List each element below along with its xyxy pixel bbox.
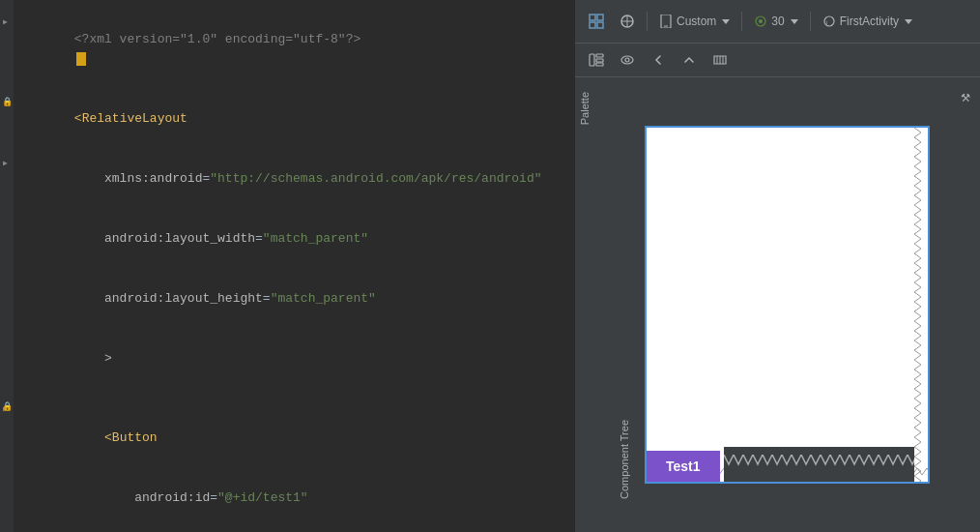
svg-rect-3	[597, 22, 603, 28]
api-selector[interactable]: 30	[748, 12, 803, 31]
lock-icon-2: 🔒	[2, 401, 13, 412]
component-tree-label: Component Tree	[619, 420, 630, 499]
device-selector[interactable]: Custom	[653, 12, 735, 31]
toolbar-sep-3	[810, 12, 811, 31]
design-main: Palette ⚒	[575, 77, 980, 532]
activity-chevron-icon	[905, 19, 912, 24]
api-level-label: 30	[771, 15, 784, 28]
activity-selector[interactable]: i FirstActivity	[817, 12, 918, 31]
svg-rect-14	[596, 54, 603, 57]
component-tree-panel: Component Tree	[614, 387, 635, 532]
wrench-icon[interactable]: ⚒	[961, 87, 970, 106]
chevron-down-icon	[722, 19, 730, 24]
prev-btn[interactable]	[645, 46, 672, 74]
device-mockup: Test1	[645, 126, 930, 484]
code-line-9: android:id="@+id/test1"	[0, 468, 575, 528]
svg-rect-16	[596, 63, 603, 66]
blueprint-view-btn[interactable]	[614, 8, 641, 35]
code-line-4: android:layout_width="match_parent"	[0, 209, 575, 269]
lock-icon: 🔒	[2, 97, 13, 107]
device-label: Custom	[677, 15, 716, 28]
code-line-1: <?xml version="1.0" encoding="utf-8"?>	[0, 10, 575, 89]
code-line-7	[0, 389, 575, 408]
activity-label: FirstActivity	[840, 15, 899, 28]
code-line-3: xmlns:android="http://schemas.android.co…	[0, 149, 575, 209]
code-line-10: android:layout_width="wrap_content"	[0, 528, 575, 532]
device-preview-area: ⚒ T	[594, 77, 980, 532]
toolbar2	[575, 44, 980, 77]
svg-rect-15	[596, 59, 603, 62]
design-view-btn[interactable]	[583, 8, 610, 35]
svg-rect-1	[597, 15, 603, 20]
design-panel: Custom 30 i FirstActivity	[575, 0, 980, 532]
toolbar-sep-1	[647, 12, 648, 31]
fold-icon-2[interactable]: ▶	[3, 159, 8, 167]
hide-btn[interactable]	[706, 46, 734, 74]
svg-rect-2	[590, 22, 595, 28]
test1-button: Test1	[647, 451, 720, 482]
palette-toggle-btn[interactable]	[583, 46, 610, 74]
api-chevron-icon	[791, 19, 798, 24]
palette-side-panel: Palette	[575, 77, 594, 532]
svg-point-17	[621, 56, 633, 64]
svg-text:i: i	[826, 19, 827, 25]
code-line-2: <RelativeLayout	[0, 89, 575, 149]
toolbar-sep-2	[741, 12, 742, 31]
svg-point-10	[759, 19, 763, 23]
visibility-btn[interactable]	[614, 46, 641, 74]
device-screen	[647, 128, 916, 470]
zigzag-right	[914, 128, 928, 482]
code-line-6: >	[0, 329, 575, 389]
code-line-5: android:layout_height="match_parent"	[0, 269, 575, 329]
fold-icon-1[interactable]: ▶	[3, 17, 8, 26]
zigzag-continuation	[724, 447, 914, 482]
svg-rect-0	[590, 15, 595, 20]
code-line-8: <Button	[0, 408, 575, 468]
toolbar: Custom 30 i FirstActivity	[575, 0, 980, 44]
svg-rect-13	[590, 54, 594, 66]
code-editor[interactable]: <?xml version="1.0" encoding="utf-8"?> <…	[0, 0, 575, 532]
palette-label: Palette	[579, 92, 591, 125]
svg-point-18	[625, 58, 629, 62]
up-btn[interactable]	[676, 46, 703, 74]
